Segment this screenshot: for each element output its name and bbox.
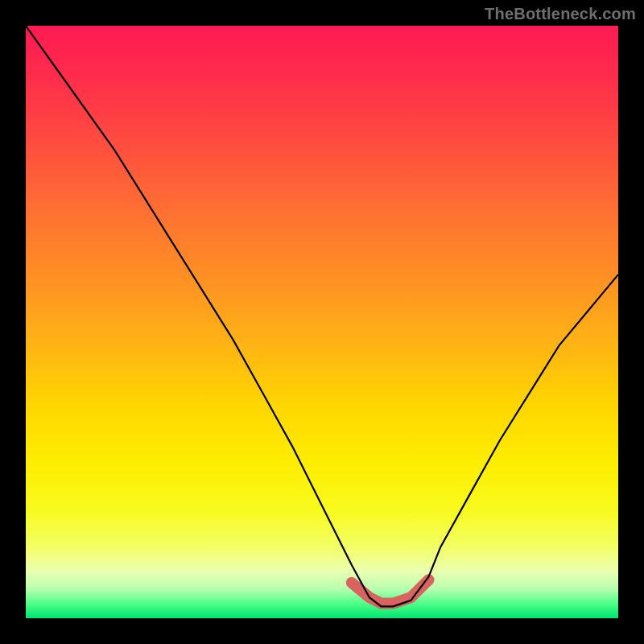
curve-layer — [26, 26, 618, 618]
bottleneck-curve-line — [26, 26, 618, 606]
watermark-text: TheBottleneck.com — [485, 5, 636, 23]
plot-area — [26, 26, 618, 618]
chart-frame: TheBottleneck.com — [0, 0, 644, 644]
